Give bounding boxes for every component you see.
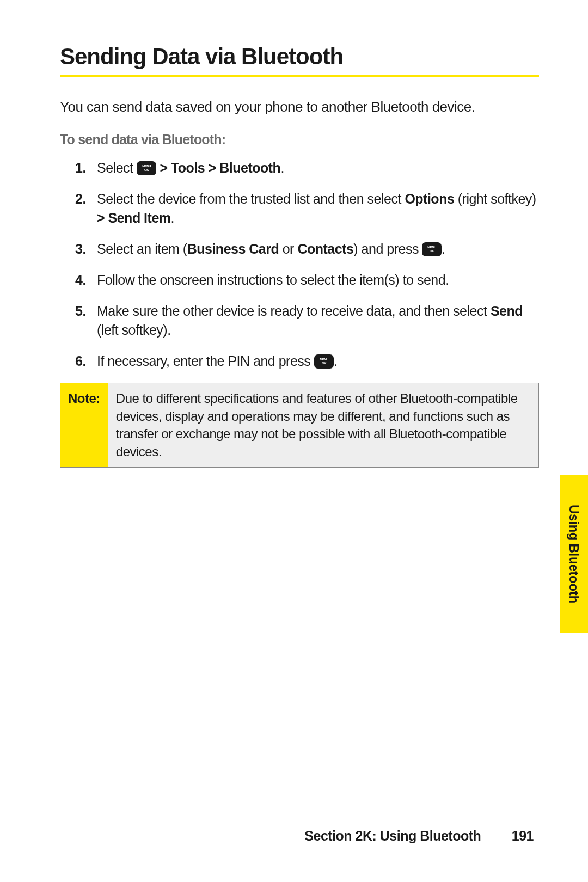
step-body: If necessary, enter the PIN and press ME… (97, 352, 539, 371)
step-number: 5. (75, 302, 97, 340)
text-bold: Business Card (187, 241, 279, 256)
page-footer: Section 2K: Using Bluetooth 191 (304, 828, 534, 844)
text-fragment: Select an item ( (97, 241, 187, 256)
text-fragment: . (334, 353, 337, 369)
svg-text:OK: OK (322, 362, 327, 365)
text-fragment: ) and press (353, 241, 422, 256)
step-1: 1. Select MENUOK > Tools > Bluetooth. (75, 158, 539, 177)
note-label: Note: (60, 383, 108, 467)
note-box: Note: Due to different specifications an… (60, 383, 539, 468)
step-number: 1. (75, 158, 97, 177)
footer-section: Section 2K: Using Bluetooth (304, 828, 481, 843)
text-bold: Contacts (297, 241, 353, 256)
text-bold: Send (491, 303, 523, 318)
text-fragment: (left softkey). (97, 322, 171, 338)
page-number: 191 (512, 828, 534, 843)
intro-text: You can send data saved on your phone to… (60, 97, 539, 117)
text-fragment: Make sure the other device is ready to r… (97, 303, 491, 318)
text-fragment: . (442, 241, 445, 256)
text-bold: Options (405, 191, 454, 206)
svg-text:MENU: MENU (142, 164, 151, 168)
step-3: 3. Select an item (Business Card or Cont… (75, 240, 539, 259)
menu-ok-key-icon: MENUOK (314, 354, 334, 369)
step-body: Select an item (Business Card or Contact… (97, 240, 539, 259)
text-fragment: . (280, 160, 284, 175)
step-number: 6. (75, 352, 97, 371)
steps-list: 1. Select MENUOK > Tools > Bluetooth. 2.… (60, 158, 539, 371)
svg-text:MENU: MENU (320, 358, 328, 361)
step-number: 3. (75, 240, 97, 259)
menu-ok-key-icon: MENUOK (422, 242, 442, 256)
step-number: 2. (75, 189, 97, 228)
step-2: 2. Select the device from the trusted li… (75, 189, 539, 228)
menu-ok-key-icon: MENUOK (137, 161, 156, 175)
note-body: Due to different specifications and feat… (108, 383, 538, 467)
text-fragment: (right softkey) (454, 191, 536, 206)
side-tab-label: Using Bluetooth (566, 505, 581, 603)
text-bold: > Tools > Bluetooth (156, 160, 280, 175)
title-underline (60, 75, 539, 77)
step-body: Select MENUOK > Tools > Bluetooth. (97, 158, 539, 177)
text-fragment: . (171, 210, 174, 225)
text-fragment: Select (97, 160, 137, 175)
step-body: Follow the onscreen instructions to sele… (97, 271, 539, 290)
step-body: Make sure the other device is ready to r… (97, 302, 539, 340)
text-fragment: If necessary, enter the PIN and press (97, 353, 314, 369)
procedure-subhead: To send data via Bluetooth: (60, 132, 539, 148)
text-fragment: Select the device from the trusted list … (97, 191, 405, 206)
page-title: Sending Data via Bluetooth (60, 44, 539, 72)
text-fragment: or (279, 241, 297, 256)
step-4: 4. Follow the onscreen instructions to s… (75, 271, 539, 290)
svg-text:OK: OK (144, 168, 149, 171)
section-side-tab: Using Bluetooth (560, 475, 588, 633)
step-5: 5. Make sure the other device is ready t… (75, 302, 539, 340)
step-6: 6. If necessary, enter the PIN and press… (75, 352, 539, 371)
svg-text:MENU: MENU (428, 246, 437, 249)
text-bold: > Send Item (97, 210, 171, 225)
svg-text:OK: OK (430, 249, 434, 253)
step-body: Select the device from the trusted list … (97, 189, 539, 228)
step-number: 4. (75, 271, 97, 290)
